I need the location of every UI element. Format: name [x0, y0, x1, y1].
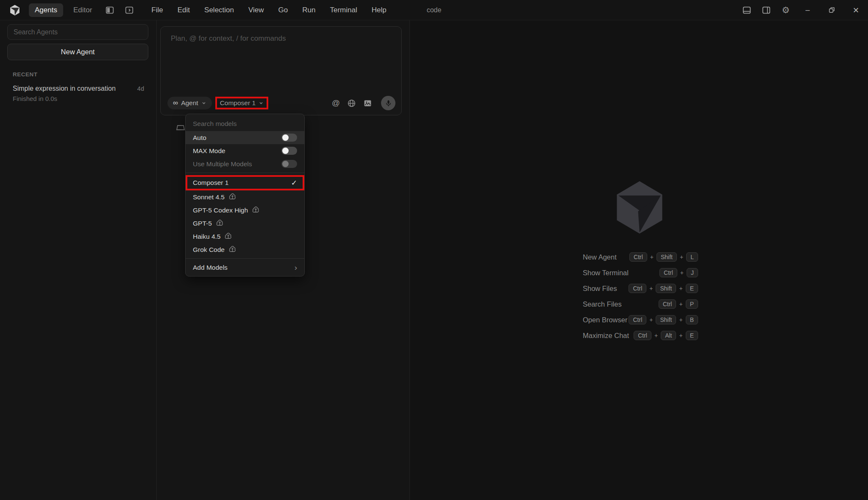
plus-separator: +	[654, 332, 658, 339]
shortcut-label: Show Terminal	[583, 269, 629, 277]
thinking-brain-icon	[252, 207, 260, 214]
search-agents-field[interactable]	[7, 24, 148, 40]
max-mode-toggle-switch[interactable]	[281, 147, 297, 155]
menu-terminal[interactable]: Terminal	[330, 6, 357, 14]
menu-view[interactable]: View	[248, 6, 264, 14]
model-label: Sonnet 4.5	[193, 193, 225, 201]
model-label: GPT-5 Codex High	[193, 207, 248, 214]
auto-toggle-label: Auto	[193, 134, 206, 142]
menu-selection[interactable]: Selection	[204, 6, 234, 14]
agent-mode-selector[interactable]: ∞ Agent	[167, 97, 212, 109]
chevron-down-icon	[259, 101, 264, 106]
tab-editor[interactable]: Editor	[67, 3, 98, 17]
keyboard-shortcuts-list: New Agent Ctrl + Shift + L Show Terminal…	[583, 252, 698, 341]
model-option-gpt-5[interactable]: GPT-5	[186, 217, 304, 230]
key-cap: Ctrl	[659, 268, 677, 277]
shortcut-maximize-chat[interactable]: Maximize Chat Ctrl + Alt + E	[583, 330, 698, 341]
minimize-button[interactable]: –	[796, 0, 820, 20]
model-label: Grok Code	[193, 246, 225, 254]
key-cap: Ctrl	[629, 252, 647, 262]
plus-separator: +	[649, 285, 653, 292]
welcome-panel: New Agent Ctrl + Shift + L Show Terminal…	[409, 20, 868, 500]
plus-separator: +	[680, 254, 683, 260]
model-option-gpt-5-codex-high[interactable]: GPT-5 Codex High	[186, 204, 304, 217]
menu-run[interactable]: Run	[302, 6, 315, 14]
key-cap: L	[686, 252, 698, 262]
search-agents-input[interactable]	[14, 28, 142, 36]
recent-agent-item[interactable]: Simple expression in conversation 4d Fin…	[8, 83, 149, 104]
toggle-left-panel-icon[interactable]	[105, 5, 115, 15]
new-agent-button[interactable]: New Agent	[7, 44, 148, 60]
add-models-label: Add Models	[193, 264, 228, 271]
search-models-input[interactable]: Search models	[186, 116, 304, 131]
shortcut-show-terminal[interactable]: Show Terminal Ctrl + J	[583, 268, 698, 278]
restore-button[interactable]	[820, 0, 844, 20]
use-multiple-models-toggle-switch	[281, 160, 297, 168]
shortcut-open-browser[interactable]: Open Browser Ctrl + Shift + B	[583, 315, 698, 325]
key-cap: P	[686, 299, 698, 309]
key-cap: Ctrl	[629, 284, 646, 293]
mention-context-icon[interactable]: @	[332, 98, 340, 108]
toggle-bottom-panel-icon[interactable]	[737, 0, 757, 20]
model-option-grok-code[interactable]: Grok Code	[186, 243, 304, 256]
open-editor-panel-icon[interactable]	[124, 5, 134, 15]
model-label: GPT-5	[193, 220, 212, 227]
add-models-item[interactable]: Add Models ›	[186, 261, 304, 274]
menu-file[interactable]: File	[151, 6, 163, 14]
recent-section-header: RECENT	[13, 71, 38, 78]
plus-separator: +	[649, 316, 653, 323]
cursor-cube-logo	[614, 180, 665, 235]
plus-separator: +	[679, 301, 682, 307]
close-button[interactable]: ×	[844, 0, 868, 20]
attach-image-icon[interactable]	[363, 99, 372, 108]
model-option-composer-1[interactable]: Composer 1 ✓	[186, 175, 304, 190]
terminal-device-icon	[175, 123, 186, 133]
agent-mode-label: Agent	[181, 99, 198, 107]
tab-agents[interactable]: Agents	[29, 3, 63, 17]
check-icon: ✓	[291, 179, 297, 187]
model-selector-trigger[interactable]: Composer 1	[220, 99, 256, 107]
cursor-logo-icon	[9, 5, 20, 16]
menu-go[interactable]: Go	[278, 6, 288, 14]
voice-input-button[interactable]	[381, 96, 395, 110]
key-cap: Alt	[661, 331, 676, 340]
tab-editor-label: Editor	[73, 6, 92, 14]
menu-help[interactable]: Help	[372, 6, 387, 14]
composer-toolbar: ∞ Agent Composer 1 @	[167, 96, 395, 110]
globe-web-icon[interactable]	[347, 99, 356, 108]
auto-toggle-switch[interactable]	[281, 134, 297, 142]
menubar: File Edit Selection View Go Run Terminal…	[151, 6, 386, 14]
key-cap: Ctrl	[659, 299, 676, 309]
app-window: Agents Editor File Edit Selection View	[0, 0, 868, 500]
thinking-brain-icon	[224, 233, 232, 240]
settings-gear-icon[interactable]: ⚙	[776, 0, 796, 20]
infinity-icon: ∞	[173, 99, 178, 107]
toggle-row-auto[interactable]: Auto	[186, 131, 304, 144]
model-option-sonnet-4-5[interactable]: Sonnet 4.5	[186, 190, 304, 204]
tab-agents-label: Agents	[35, 6, 57, 14]
key-cap: Shift	[656, 284, 676, 293]
thinking-brain-icon	[216, 220, 224, 227]
toggle-row-max-mode[interactable]: MAX Mode	[186, 144, 304, 157]
toggle-right-panel-icon[interactable]	[757, 0, 776, 20]
key-cap: E	[686, 284, 698, 293]
key-cap: E	[686, 331, 698, 340]
plus-separator: +	[679, 285, 682, 292]
model-option-haiku-4-5[interactable]: Haiku 4.5	[186, 230, 304, 243]
recent-agent-status: Finished in 0.0s	[13, 95, 144, 102]
titlebar-right: ⚙ – ×	[737, 0, 868, 20]
composer-placeholder: Plan, @ for context, / for commands	[171, 34, 286, 43]
toggle-row-use-multiple-models: Use Multiple Models	[186, 157, 304, 170]
model-label: Haiku 4.5	[193, 233, 220, 240]
composer-input-box[interactable]: Plan, @ for context, / for commands ∞ Ag…	[160, 26, 402, 115]
thinking-brain-icon	[228, 246, 236, 253]
chevron-down-icon	[201, 101, 206, 106]
menu-edit[interactable]: Edit	[178, 6, 190, 14]
shortcut-search-files[interactable]: Search Files Ctrl + P	[583, 299, 698, 309]
key-cap: B	[686, 315, 698, 324]
model-label: Composer 1	[193, 179, 228, 187]
key-cap: Ctrl	[629, 315, 646, 324]
recent-agent-time: 4d	[137, 85, 144, 92]
shortcut-show-files[interactable]: Show Files Ctrl + Shift + E	[583, 283, 698, 293]
shortcut-new-agent[interactable]: New Agent Ctrl + Shift + L	[583, 252, 698, 262]
